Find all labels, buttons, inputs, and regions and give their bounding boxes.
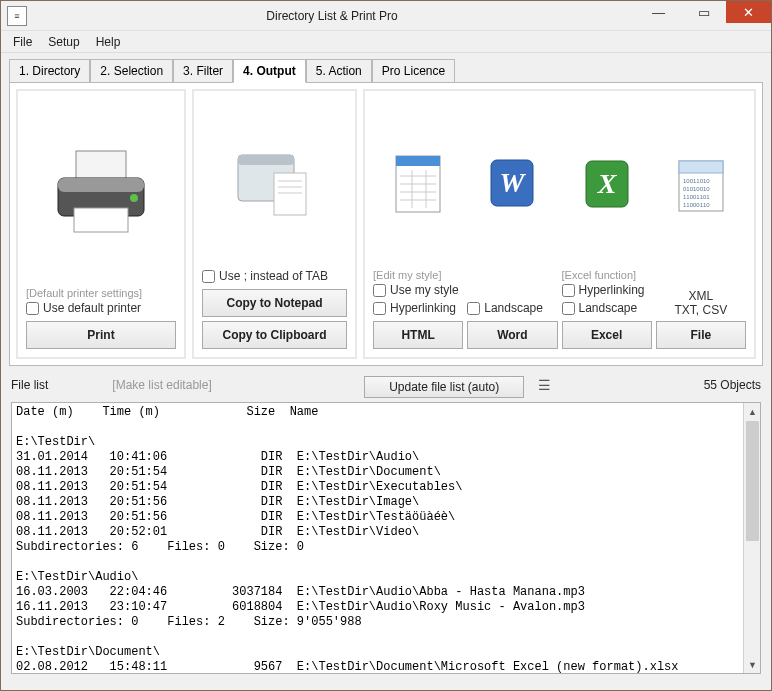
html-hyperlink-checkbox[interactable] [373,302,386,315]
file-list-label: File list [11,378,48,392]
file-subgroup: 10011010 01010010 11001101 11000110 XML … [656,99,746,349]
window-buttons: — ▭ ✕ [636,1,771,23]
html-icon [373,99,463,269]
excel-hint: [Excel function] [562,269,652,281]
svg-text:01010010: 01010010 [683,186,710,192]
file-listing-text: Date (m) Time (m) Size Name E:\TestDir\ … [12,403,760,674]
scroll-up-button[interactable]: ▲ [744,403,761,420]
svg-rect-3 [74,208,128,232]
excel-button[interactable]: Excel [562,321,652,349]
use-my-style-label: Use my style [390,283,459,297]
use-default-printer-label: Use default printer [43,301,141,315]
tab-directory[interactable]: 1. Directory [9,59,90,82]
tabs-area: 1. Directory 2. Selection 3. Filter 4. O… [1,53,771,366]
svg-text:X: X [596,168,617,199]
html-hyperlink-label: Hyperlinking [390,301,456,315]
file-button[interactable]: File [656,321,746,349]
tab-selection[interactable]: 2. Selection [90,59,173,82]
word-landscape-row[interactable]: Landscape [467,301,557,315]
list-header-bar: File list [Make list editable] Update fi… [1,366,771,400]
printer-icon [26,99,176,287]
print-group: [Default printer settings] Use default p… [16,89,186,359]
tab-licence[interactable]: Pro Licence [372,59,455,82]
print-button[interactable]: Print [26,321,176,349]
svg-rect-2 [58,178,144,192]
svg-rect-24 [679,161,723,173]
use-semicolon-label: Use ; instead of TAB [219,269,328,283]
word-button[interactable]: Word [467,321,557,349]
excel-hyperlink-row[interactable]: Hyperlinking [562,283,652,297]
svg-rect-6 [238,155,294,165]
app-icon: ≡ [7,6,27,26]
output-panel: [Default printer settings] Use default p… [9,83,763,366]
svg-text:W: W [500,167,527,198]
use-my-style-row[interactable]: Use my style [373,283,463,297]
listing-scrollbar[interactable]: ▲ ▼ [743,403,760,673]
tree-icon[interactable]: ☰ [538,377,551,393]
excel-landscape-label: Landscape [579,301,638,315]
print-hint: [Default printer settings] [26,287,176,299]
tab-filter[interactable]: 3. Filter [173,59,233,82]
use-default-printer-row[interactable]: Use default printer [26,301,176,315]
notepad-icon [202,99,347,267]
scroll-down-button[interactable]: ▼ [744,656,761,673]
use-semicolon-checkbox[interactable] [202,270,215,283]
word-icon: W [467,99,557,267]
excel-hyperlink-checkbox[interactable] [562,284,575,297]
html-button[interactable]: HTML [373,321,463,349]
close-button[interactable]: ✕ [726,1,771,23]
excel-subgroup: X [Excel function] Hyperlinking Landscap… [562,99,652,349]
titlebar: ≡ Directory List & Print Pro — ▭ ✕ [1,1,771,31]
svg-text:11000110: 11000110 [683,202,710,208]
svg-text:11001101: 11001101 [683,194,710,200]
copy-to-notepad-button[interactable]: Copy to Notepad [202,289,347,317]
svg-text:10011010: 10011010 [683,178,710,184]
word-landscape-checkbox[interactable] [467,302,480,315]
menu-setup[interactable]: Setup [40,33,87,51]
excel-landscape-row[interactable]: Landscape [562,301,652,315]
svg-rect-0 [76,151,126,181]
word-landscape-label: Landscape [484,301,543,315]
menubar: File Setup Help [1,31,771,53]
svg-rect-7 [274,173,306,215]
html-hint: [Edit my style] [373,269,463,281]
word-subgroup: W Landscape Word [467,99,557,349]
scroll-thumb[interactable] [746,421,759,541]
html-subgroup: [Edit my style] Use my style Hyperlinkin… [373,99,463,349]
tab-output[interactable]: 4. Output [233,59,306,83]
update-file-list-button[interactable]: Update file list (auto) [364,376,524,398]
svg-rect-12 [396,156,440,166]
make-list-editable-label[interactable]: [Make list editable] [112,378,211,392]
menu-file[interactable]: File [5,33,40,51]
maximize-button[interactable]: ▭ [681,1,726,23]
export-group: [Edit my style] Use my style Hyperlinkin… [363,89,756,359]
copy-group: Use ; instead of TAB Copy to Notepad Cop… [192,89,357,359]
svg-point-4 [130,194,138,202]
menu-help[interactable]: Help [88,33,129,51]
minimize-button[interactable]: — [636,1,681,23]
copy-to-clipboard-button[interactable]: Copy to Clipboard [202,321,347,349]
excel-icon: X [562,99,652,269]
tab-bar: 1. Directory 2. Selection 3. Filter 4. O… [9,59,763,83]
excel-hyperlink-label: Hyperlinking [579,283,645,297]
file-listing-box: Date (m) Time (m) Size Name E:\TestDir\ … [11,402,761,674]
file-xml-label: XML [656,289,746,303]
semicolon-row[interactable]: Use ; instead of TAB [202,269,347,283]
object-count: 55 Objects [704,378,761,392]
html-hyperlink-row[interactable]: Hyperlinking [373,301,463,315]
tab-action[interactable]: 5. Action [306,59,372,82]
textfile-icon: 10011010 01010010 11001101 11000110 [656,99,746,275]
file-txtcsv-label: TXT, CSV [656,303,746,317]
app-window: ≡ Directory List & Print Pro — ▭ ✕ File … [0,0,772,691]
excel-landscape-checkbox[interactable] [562,302,575,315]
use-default-printer-checkbox[interactable] [26,302,39,315]
use-my-style-checkbox[interactable] [373,284,386,297]
